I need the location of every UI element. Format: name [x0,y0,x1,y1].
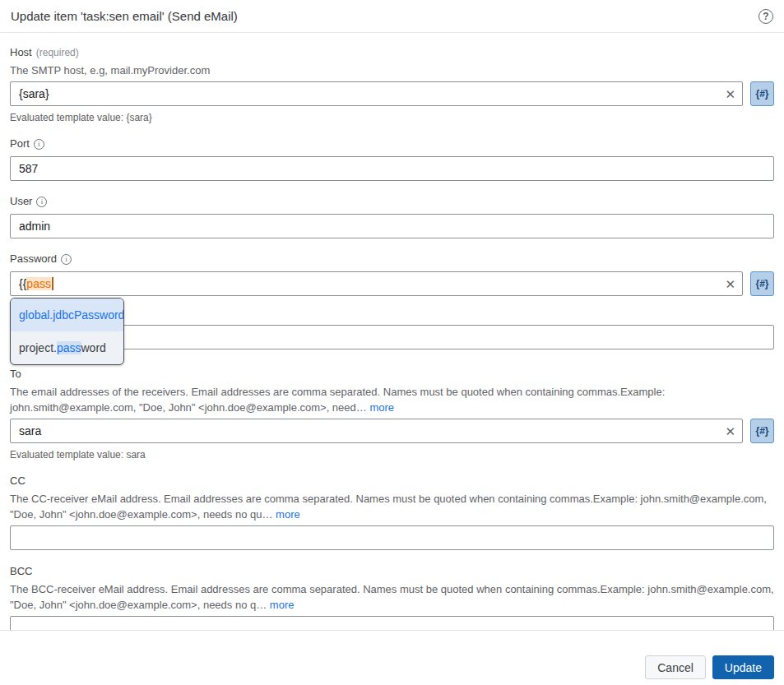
port-input[interactable] [10,156,774,181]
option-prefix: project. [19,341,57,354]
cc-label: CC [10,474,774,488]
user-label: User i [10,195,774,208]
dialog-footer: Cancel Update [0,630,784,685]
host-clear-icon[interactable]: ✕ [725,88,735,100]
autocomplete-option-global-jdbcpassword[interactable]: global.jdbcPassword [11,299,123,331]
option-match: pass [57,341,81,354]
host-required-note: (required) [36,46,79,59]
to-more-link[interactable]: more [369,401,394,414]
dialog-header: Update item 'task:sen email' (Send eMail… [0,0,784,33]
field-host: Host (required) The SMTP host, e.g, mail… [10,46,774,123]
cc-description: The CC-receiver eMail address. Email add… [10,491,774,522]
password-value-typed: pass [26,277,51,290]
user-input[interactable] [10,214,774,238]
update-button[interactable]: Update [712,655,774,679]
host-evaluated-value: Evaluated template value: {sara} [10,112,774,123]
bcc-label-text: BCC [10,565,32,578]
field-bcc: BCC The BCC-receiver eMail address. Emai… [10,565,774,630]
dialog-title: Update item 'task:sen email' (Send eMail… [11,9,238,23]
field-user: User i [10,195,774,238]
field-password: Password i {{pass ✕ {#} global.jdbcPassw… [10,252,774,296]
port-info-icon[interactable]: i [34,139,44,150]
password-clear-icon[interactable]: ✕ [725,278,735,290]
option-suffix: word [81,341,106,354]
host-label-text: Host [10,46,32,59]
to-label-text: To [10,368,21,381]
password-label-text: Password [10,252,57,266]
bcc-input[interactable] [10,616,774,630]
to-description: The email addresses of the receivers. Em… [10,384,774,415]
to-template-button[interactable]: {#} [750,419,774,443]
cancel-button[interactable]: Cancel [645,655,706,679]
host-label: Host (required) [10,46,774,59]
cc-label-text: CC [10,474,26,488]
bcc-label: BCC [10,565,774,578]
host-description: The SMTP host, e.g, mail.myProvider.com [10,62,774,78]
field-to: To The email addresses of the receivers.… [10,368,774,461]
port-label: Port i [10,137,774,150]
field-cc: CC The CC-receiver eMail address. Email … [10,474,774,550]
cc-description-text: The CC-receiver eMail address. Email add… [10,493,767,521]
password-template-button[interactable]: {#} [750,271,774,296]
autocomplete-dropdown: global.jdbcPassword project.password [10,298,124,365]
password-info-icon[interactable]: i [61,254,72,265]
field-port: Port i [10,137,774,181]
help-icon[interactable]: ? [758,9,773,24]
cc-input[interactable] [10,525,774,550]
to-input[interactable] [10,419,743,443]
user-info-icon[interactable]: i [36,197,47,207]
to-description-text: The email addresses of the receivers. Em… [10,386,665,414]
host-template-button[interactable]: {#} [750,81,774,106]
to-label: To [10,368,774,381]
password-label: Password i [10,252,774,266]
to-evaluated-value: Evaluated template value: sara [10,449,774,461]
port-label-text: Port [10,137,30,150]
to-clear-icon[interactable]: ✕ [725,425,735,437]
autocomplete-option-project-password[interactable]: project.password [11,331,123,364]
user-label-text: User [10,195,32,208]
host-input[interactable] [10,81,743,106]
bcc-description-text: The BCC-receiver eMail address. Email ad… [10,583,774,611]
field-obscured [10,325,774,349]
form-body: Host (required) The SMTP host, e.g, mail… [0,33,784,630]
obscured-input[interactable] [10,325,774,349]
bcc-more-link[interactable]: more [270,599,295,611]
cc-more-link[interactable]: more [276,508,300,521]
password-value-prefix: {{ [19,277,26,290]
text-cursor [52,277,53,290]
password-input[interactable]: {{pass [10,271,743,296]
bcc-description: The BCC-receiver eMail address. Email ad… [10,581,774,613]
